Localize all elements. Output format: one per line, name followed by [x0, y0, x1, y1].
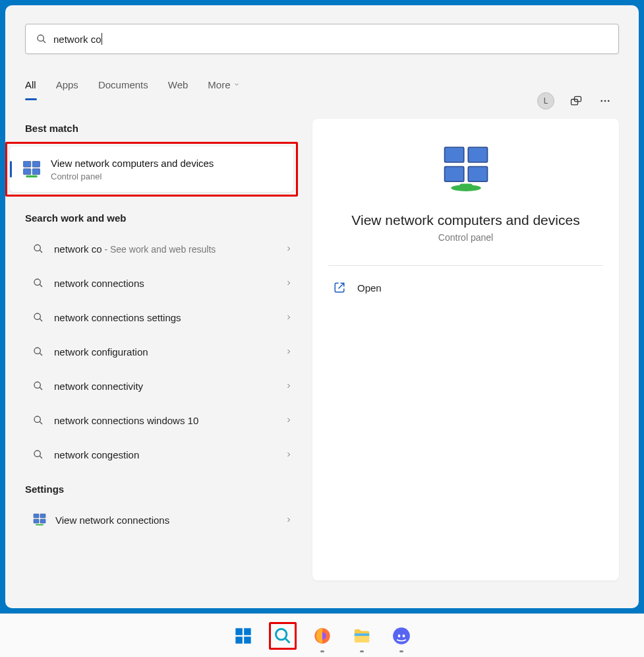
svg-rect-46 [354, 633, 369, 636]
taskbar-search-button[interactable] [269, 622, 297, 650]
svg-rect-30 [36, 524, 44, 526]
taskbar-firefox[interactable] [308, 622, 336, 650]
firefox-icon [313, 627, 332, 645]
svg-line-25 [40, 456, 42, 459]
svg-point-12 [34, 245, 40, 251]
discord-icon [392, 627, 411, 645]
search-icon [33, 415, 44, 425]
detail-title: View network computers and devices [328, 212, 603, 228]
taskbar-discord[interactable] [388, 622, 415, 650]
svg-point-4 [600, 100, 602, 102]
search-icon [36, 34, 47, 44]
best-match-result[interactable]: View network computers and devices Contr… [10, 146, 293, 192]
taskbar-file-explorer[interactable] [348, 622, 376, 650]
svg-rect-9 [24, 168, 31, 174]
svg-rect-40 [244, 637, 251, 644]
network-computers-icon [22, 160, 42, 179]
svg-rect-26 [34, 514, 39, 518]
chevron-right-icon [285, 451, 293, 458]
svg-point-6 [608, 100, 610, 102]
svg-point-5 [604, 100, 606, 102]
svg-rect-39 [235, 637, 243, 644]
tab-apps[interactable]: Apps [56, 73, 78, 96]
best-match-subtitle: Control panel [51, 172, 214, 181]
chevron-right-icon [285, 313, 293, 321]
divider [328, 265, 603, 266]
search-icon [33, 243, 44, 254]
chevron-right-icon [285, 416, 293, 424]
svg-line-1 [43, 40, 45, 43]
search-icon [33, 449, 44, 460]
svg-point-14 [34, 279, 40, 285]
chevron-right-icon [285, 245, 293, 253]
more-options-icon[interactable] [598, 94, 612, 108]
tab-more[interactable]: More [208, 73, 239, 96]
network-computers-icon-large [440, 145, 492, 197]
svg-rect-38 [244, 628, 251, 635]
svg-rect-33 [444, 167, 463, 182]
open-external-icon [334, 282, 345, 294]
chevron-right-icon [285, 516, 293, 524]
svg-point-48 [397, 634, 400, 637]
search-icon [274, 627, 292, 645]
open-label: Open [357, 282, 382, 294]
svg-rect-32 [468, 147, 487, 162]
svg-point-22 [34, 416, 40, 422]
filter-tabs: All Apps Documents Web More [25, 73, 619, 96]
svg-point-0 [38, 35, 44, 41]
svg-rect-10 [32, 168, 40, 174]
svg-rect-11 [26, 175, 38, 177]
search-icon [33, 346, 44, 357]
svg-point-18 [34, 348, 40, 354]
taskbar [0, 613, 644, 657]
tab-web[interactable]: Web [168, 73, 189, 96]
svg-rect-27 [40, 514, 45, 518]
svg-rect-7 [24, 161, 31, 167]
chat-icon[interactable] [569, 94, 583, 108]
tab-documents[interactable]: Documents [98, 73, 148, 96]
suggestion-item[interactable]: network configuration [25, 334, 295, 369]
chevron-right-icon [285, 382, 293, 390]
search-input[interactable]: network co [53, 33, 102, 45]
svg-rect-37 [235, 628, 243, 635]
suggestion-item[interactable]: network connections [25, 266, 295, 300]
search-icon [33, 278, 44, 288]
settings-result[interactable]: View network connections [25, 503, 295, 537]
svg-point-41 [276, 629, 286, 639]
chevron-down-icon [233, 81, 240, 88]
suggestion-item[interactable]: network connections windows 10 [25, 403, 295, 437]
search-box[interactable]: network co [25, 24, 619, 54]
svg-point-24 [34, 451, 40, 456]
tab-all[interactable]: All [25, 73, 36, 96]
chevron-right-icon [285, 348, 293, 356]
suggestion-item[interactable]: network connectivity [25, 369, 295, 403]
suggestion-item[interactable]: network co - See work and web results [25, 232, 295, 266]
detail-pane: View network computers and devices Contr… [312, 119, 619, 580]
suggestion-item[interactable]: network connections settings [25, 300, 295, 334]
search-work-web-heading: Search work and web [25, 212, 295, 224]
windows-logo-icon [234, 627, 252, 645]
svg-line-23 [40, 422, 42, 425]
detail-subtitle: Control panel [328, 232, 603, 243]
open-action[interactable]: Open [328, 282, 603, 294]
chevron-right-icon [285, 279, 293, 287]
results-column: Best match View network computers and de… [25, 119, 295, 580]
svg-point-16 [34, 313, 40, 319]
svg-line-17 [40, 319, 42, 322]
suggestion-item[interactable]: network congestion [25, 437, 295, 472]
svg-rect-34 [468, 167, 487, 182]
svg-line-13 [40, 251, 42, 253]
search-panel: network co All Apps Documents Web More L… [5, 5, 639, 608]
svg-rect-31 [444, 147, 463, 162]
folder-icon [352, 626, 372, 646]
user-avatar[interactable]: L [537, 92, 554, 110]
svg-point-20 [34, 382, 40, 388]
start-button[interactable] [229, 622, 257, 650]
network-connections-icon [32, 512, 47, 528]
svg-point-49 [402, 634, 405, 637]
svg-line-42 [285, 638, 289, 642]
search-icon [33, 312, 44, 323]
best-match-heading: Best match [25, 123, 295, 134]
svg-point-47 [393, 627, 410, 644]
svg-rect-29 [40, 519, 45, 523]
